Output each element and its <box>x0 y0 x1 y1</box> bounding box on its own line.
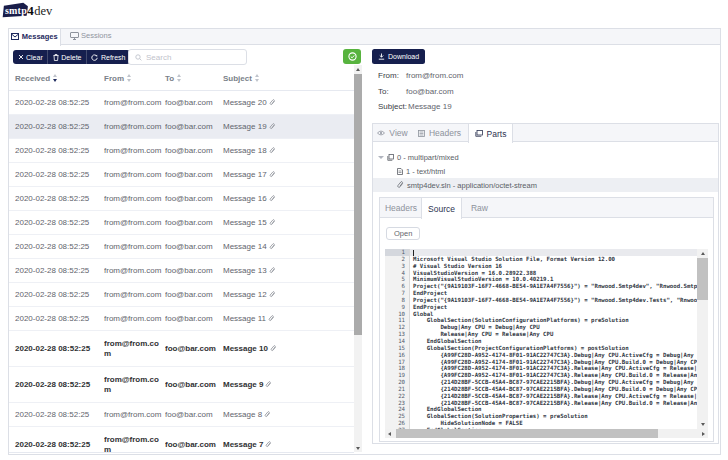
line-number: 20 <box>385 379 409 386</box>
cell-received: 2020-02-28 08:52:25 <box>15 440 103 449</box>
column-header-from[interactable]: From <box>104 73 132 83</box>
code-line: {214D28BF-5CCB-45A4-BC87-97CAE2215BFA}.D… <box>410 386 697 393</box>
code-horizontal-scrollbar[interactable] <box>385 429 708 438</box>
cell-to: foo@bar.com <box>165 380 222 389</box>
tree-node-smtp4dev.sln[interactable]: smtp4dev.sln - application/octet-stream <box>373 178 718 192</box>
message-row-message-13[interactable]: 2020-02-28 08:52:25from@from.comfoo@bar.… <box>9 259 354 283</box>
line-number: 21 <box>385 386 409 393</box>
cell-subject: Message 17 <box>223 170 343 179</box>
tab-part-source[interactable]: Source <box>421 198 462 219</box>
message-row-message-7[interactable]: 2020-02-28 08:52:25from@from.comfoo@bar.… <box>9 427 354 452</box>
cell-subject: Message 8 <box>223 410 343 419</box>
tab-part-raw[interactable]: Raw <box>462 198 497 218</box>
message-row-message-16[interactable]: 2020-02-28 08:52:25from@from.comfoo@bar.… <box>9 187 354 211</box>
code-line: # Visual Studio Version 16 <box>410 263 697 270</box>
message-row-message-11[interactable]: 2020-02-28 08:52:25from@from.comfoo@bar.… <box>9 307 354 331</box>
message-table-body: 2020-02-28 08:52:25from@from.comfoo@bar.… <box>9 91 354 452</box>
open-button[interactable]: Open <box>386 227 420 240</box>
message-row-message-10[interactable]: 2020-02-28 08:52:25from@from.comfoo@bar.… <box>9 331 354 367</box>
sort-carets <box>255 74 260 82</box>
code-line: GlobalSection(ProjectConfigurationPlatfo… <box>410 345 697 352</box>
column-header-subject[interactable]: Subject <box>223 73 260 83</box>
line-number: 3 <box>385 263 409 270</box>
cell-subject: Message 11 <box>223 314 343 323</box>
cell-from: from@from.com <box>104 339 164 359</box>
field-subject-value: Message 19 <box>408 102 452 111</box>
cell-received: 2020-02-28 08:52:25 <box>15 242 103 251</box>
column-header-to[interactable]: To <box>165 73 182 83</box>
attachment-icon <box>269 267 276 274</box>
tree-node-0[interactable]: 0 - multipart/mixed <box>373 150 718 164</box>
cell-received: 2020-02-28 08:52:25 <box>15 218 103 227</box>
attachment-icon <box>265 381 272 388</box>
message-table-header: Received From To Subject <box>9 68 354 91</box>
smtp4dev-app: smtp 4 dev Messages Sessions <box>0 0 728 460</box>
cell-subject: Message 7 <box>223 440 343 449</box>
code-line: HideSolutionNode = FALSE <box>410 420 697 427</box>
attachment-icon <box>269 123 276 130</box>
scroll-up-arrow[interactable] <box>697 249 708 258</box>
scroll-up-arrow[interactable] <box>354 65 362 73</box>
message-row-message-14[interactable]: 2020-02-28 08:52:25from@from.comfoo@bar.… <box>9 235 354 259</box>
attachment-icon <box>270 345 277 352</box>
server-status-button[interactable] <box>343 49 361 64</box>
scroll-down-arrow[interactable] <box>354 444 362 452</box>
field-subject-label: Subject: <box>378 102 407 111</box>
search-input[interactable] <box>128 49 247 65</box>
message-row-message-12[interactable]: 2020-02-28 08:52:25from@from.comfoo@bar.… <box>9 283 354 307</box>
scroll-right-arrow[interactable] <box>699 429 708 438</box>
cell-to: foo@bar.com <box>165 440 222 449</box>
message-row-message-19[interactable]: 2020-02-28 08:52:25from@from.comfoo@bar.… <box>9 115 354 139</box>
refresh-button[interactable]: Refresh <box>87 50 130 64</box>
download-button[interactable]: Download <box>372 49 425 64</box>
scroll-left-arrow[interactable] <box>385 429 394 438</box>
cell-to: foo@bar.com <box>165 242 222 251</box>
code-vertical-scrollbar[interactable] <box>697 249 708 429</box>
cell-received: 2020-02-28 08:52:25 <box>15 98 103 107</box>
line-number: 5 <box>385 276 409 283</box>
message-row-message-15[interactable]: 2020-02-28 08:52:25from@from.comfoo@bar.… <box>9 211 354 235</box>
line-number: 24 <box>385 406 409 413</box>
message-row-message-8[interactable]: 2020-02-28 08:52:25from@from.comfoo@bar.… <box>9 403 354 427</box>
scroll-down-arrow[interactable] <box>697 420 708 429</box>
code-area[interactable]: Microsoft Visual Studio Solution File, F… <box>410 249 697 429</box>
code-line: Project("{9A19103F-16F7-4668-BE54-9A1E7A… <box>410 283 697 290</box>
column-header-received[interactable]: Received <box>15 73 58 83</box>
triangle-right-icon <box>702 432 705 436</box>
line-number: 25 <box>385 413 409 420</box>
tree-node-label: 1 - text/html <box>406 167 445 176</box>
tree-expand-caret[interactable] <box>378 156 384 159</box>
code-line: {214D28BF-5CCB-45A4-BC87-97CAE2215BFA}.D… <box>410 379 697 386</box>
scrollbar-thumb[interactable] <box>354 74 362 335</box>
tree-node-1[interactable]: 1 - text/html <box>373 164 718 178</box>
scrollbar-thumb[interactable] <box>396 429 658 438</box>
tab-parts[interactable]: Parts <box>468 124 513 143</box>
cell-received: 2020-02-28 08:52:25 <box>15 290 103 299</box>
cell-subject: Message 9 <box>223 380 343 389</box>
attachment-icon <box>264 411 271 418</box>
field-from-label: From: <box>378 71 399 80</box>
tab-messages[interactable]: Messages <box>9 29 61 46</box>
message-row-message-9[interactable]: 2020-02-28 08:52:25from@from.comfoo@bar.… <box>9 367 354 403</box>
cell-subject: Message 10 <box>223 344 343 353</box>
triangle-down-icon <box>701 423 705 426</box>
message-list-scrollbar[interactable] <box>354 65 362 452</box>
code-line: GlobalSection(SolutionProperties) = preS… <box>410 413 697 420</box>
message-row-message-18[interactable]: 2020-02-28 08:52:25from@from.comfoo@bar.… <box>9 139 354 163</box>
search-field[interactable] <box>146 53 236 62</box>
message-row-message-17[interactable]: 2020-02-28 08:52:25from@from.comfoo@bar.… <box>9 163 354 187</box>
cell-to: foo@bar.com <box>165 170 222 179</box>
paperclip-icon <box>397 181 404 189</box>
tab-headers[interactable]: Headers <box>411 124 468 142</box>
cell-received: 2020-02-28 08:52:25 <box>15 170 103 179</box>
delete-button[interactable]: Delete <box>47 50 87 64</box>
message-row-message-20[interactable]: 2020-02-28 08:52:25from@from.comfoo@bar.… <box>9 91 354 115</box>
document-icon <box>397 168 403 175</box>
scrollbar-thumb[interactable] <box>697 258 708 300</box>
tab-view[interactable]: View <box>374 124 411 142</box>
clear-button[interactable]: Clear <box>13 50 47 64</box>
tab-sessions[interactable]: Sessions <box>61 29 113 45</box>
cell-from: from@from.com <box>104 435 164 453</box>
tab-part-headers[interactable]: Headers <box>381 198 421 218</box>
tab-parts-label: Parts <box>487 129 507 139</box>
